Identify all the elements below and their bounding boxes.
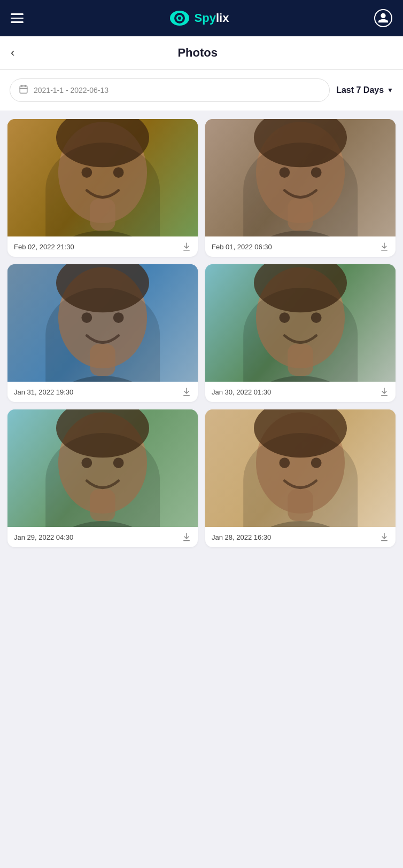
back-button[interactable]: ‹: [11, 46, 14, 60]
svg-point-23: [44, 376, 161, 382]
download-button[interactable]: [182, 532, 191, 542]
photo-info: Jan 29, 2022 04:30: [7, 527, 198, 547]
logo-text: Spylix: [195, 11, 229, 25]
svg-point-27: [81, 312, 92, 323]
photo-card: Jan 31, 2022 19:30: [7, 264, 198, 402]
calendar-icon: [19, 84, 28, 96]
svg-rect-31: [288, 344, 313, 376]
photo-thumbnail[interactable]: [205, 264, 396, 382]
svg-point-40: [56, 409, 149, 457]
download-button[interactable]: [182, 242, 191, 251]
page-title: Photos: [21, 46, 374, 60]
logo-icon: [169, 7, 190, 29]
svg-point-30: [242, 376, 359, 382]
svg-point-3: [178, 17, 181, 20]
sub-header: ‹ Photos: [0, 36, 403, 70]
photo-card: Feb 02, 2022 21:30: [7, 119, 198, 257]
chevron-down-icon: ▼: [387, 86, 393, 94]
photo-card: Jan 30, 2022 01:30: [205, 264, 396, 402]
photo-info: Feb 01, 2022 06:30: [205, 236, 396, 257]
svg-point-16: [242, 231, 359, 236]
photo-thumbnail[interactable]: [7, 409, 198, 527]
svg-rect-10: [90, 199, 115, 231]
download-icon: [379, 387, 389, 397]
photo-date: Jan 29, 2022 04:30: [14, 533, 73, 541]
svg-point-41: [81, 457, 92, 468]
download-icon: [379, 242, 389, 251]
svg-point-12: [56, 119, 149, 167]
svg-point-33: [254, 264, 347, 312]
svg-point-34: [279, 312, 290, 323]
photos-grid: Feb 02, 2022 21:30: [7, 119, 396, 547]
logo: Spylix: [169, 7, 229, 29]
download-icon: [182, 532, 191, 542]
date-range-input[interactable]: 2021-1-1 - 2022-06-13: [10, 78, 330, 102]
download-icon: [379, 532, 389, 542]
svg-point-21: [311, 167, 322, 178]
photo-date: Jan 30, 2022 01:30: [212, 388, 271, 396]
photo-date: Feb 02, 2022 21:30: [14, 243, 74, 251]
download-button[interactable]: [182, 387, 191, 397]
svg-point-13: [81, 167, 92, 178]
photo-info: Jan 31, 2022 19:30: [7, 382, 198, 402]
dropdown-label: Last 7 Days: [336, 85, 384, 95]
download-button[interactable]: [379, 387, 389, 397]
photo-card: Feb 01, 2022 06:30: [205, 119, 396, 257]
svg-rect-4: [20, 86, 27, 93]
header: Spylix: [0, 0, 403, 36]
photo-card: Jan 29, 2022 04:30: [7, 409, 198, 547]
photo-card: Jan 28, 2022 16:30: [205, 409, 396, 547]
download-button[interactable]: [379, 242, 389, 251]
photos-container: Feb 02, 2022 21:30: [0, 111, 403, 556]
date-range-value: 2021-1-1 - 2022-06-13: [34, 86, 108, 94]
svg-rect-17: [288, 199, 313, 231]
photo-date: Jan 31, 2022 19:30: [14, 388, 73, 396]
svg-point-37: [44, 521, 161, 527]
photo-info: Feb 02, 2022 21:30: [7, 236, 198, 257]
download-icon: [182, 387, 191, 397]
download-icon: [182, 242, 191, 251]
svg-point-35: [311, 312, 322, 323]
svg-point-47: [254, 409, 347, 457]
svg-point-44: [242, 521, 359, 527]
photo-thumbnail[interactable]: [205, 409, 396, 527]
svg-point-9: [44, 231, 161, 236]
svg-point-42: [113, 457, 124, 468]
photo-thumbnail[interactable]: [205, 119, 396, 236]
svg-point-26: [56, 264, 149, 312]
download-button[interactable]: [379, 532, 389, 542]
svg-rect-38: [90, 490, 115, 521]
svg-point-19: [254, 119, 347, 167]
svg-point-14: [113, 167, 124, 178]
menu-button[interactable]: [11, 13, 24, 23]
last-days-dropdown[interactable]: Last 7 Days ▼: [336, 85, 393, 95]
photo-date: Feb 01, 2022 06:30: [212, 243, 272, 251]
svg-rect-24: [90, 344, 115, 376]
filters-row: 2021-1-1 - 2022-06-13 Last 7 Days ▼: [0, 70, 403, 111]
profile-icon: [377, 12, 389, 24]
svg-rect-45: [288, 490, 313, 521]
profile-button[interactable]: [374, 9, 392, 27]
photo-info: Jan 30, 2022 01:30: [205, 382, 396, 402]
photo-thumbnail[interactable]: [7, 264, 198, 382]
photo-thumbnail[interactable]: [7, 119, 198, 236]
photo-info: Jan 28, 2022 16:30: [205, 527, 396, 547]
svg-point-20: [279, 167, 290, 178]
svg-point-48: [279, 457, 290, 468]
svg-point-28: [113, 312, 124, 323]
photo-date: Jan 28, 2022 16:30: [212, 533, 271, 541]
svg-point-49: [311, 457, 322, 468]
